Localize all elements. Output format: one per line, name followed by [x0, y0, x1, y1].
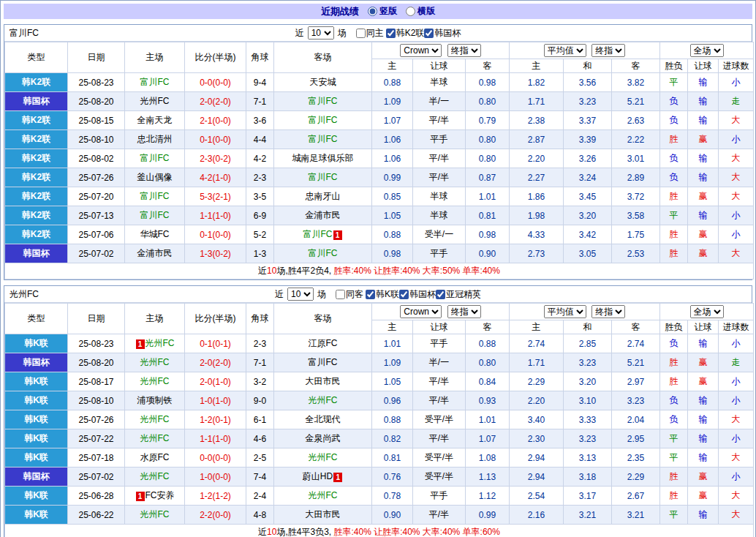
- goals-result-cell: 小: [719, 467, 754, 487]
- away-team-cell: 富川FC1: [274, 225, 372, 244]
- avg-source-select[interactable]: 平均值: [544, 44, 586, 57]
- avg-time-select[interactable]: 终指: [591, 44, 625, 57]
- league-filter-checkbox-input[interactable]: [424, 29, 434, 38]
- avg-home-cell: 4.33: [510, 225, 564, 244]
- score-cell: 0-0(0-0): [185, 73, 246, 92]
- scope-select-cell: 全场: [660, 304, 754, 320]
- avg-draw-cell: 3.10: [564, 391, 612, 410]
- horizontal-radio-input[interactable]: [406, 7, 415, 16]
- horizontal-radio-label: 横版: [417, 5, 435, 18]
- goals-result-cell: 大: [719, 111, 754, 130]
- home-team-cell: 1光州FC: [125, 334, 185, 353]
- rank-badge: 1: [333, 473, 342, 482]
- same-venue-checkbox-input[interactable]: [336, 290, 345, 299]
- home-odds-cell: 0.96: [372, 391, 413, 410]
- league-type-cell: 韩K2联: [5, 206, 68, 225]
- col-avg-away: 客: [612, 320, 660, 334]
- result-cell: 负: [660, 410, 688, 429]
- result-cell: 负: [660, 92, 688, 111]
- match-row: 韩K联25-06-22光州FC2-2(0-0)4-8大田市民0.90平/半0.9…: [5, 506, 754, 525]
- odds-time-select[interactable]: 终指: [447, 305, 481, 318]
- vertical-radio-label: 竖版: [379, 5, 397, 18]
- avg-source-select[interactable]: 平均值: [544, 305, 586, 318]
- league-filter-checkbox[interactable]: 韩K2联: [386, 27, 425, 40]
- avg-home-cell: 3.40: [510, 410, 564, 429]
- avg-away-cell: 2.04: [612, 410, 660, 429]
- result-cell: 负: [660, 334, 688, 353]
- odds-company-select[interactable]: Crown: [400, 44, 442, 57]
- team-name-text: 富川FC: [309, 134, 338, 144]
- same-venue-checkbox[interactable]: 同客: [336, 288, 363, 301]
- home-odds-cell: 0.99: [372, 168, 413, 187]
- avg-away-cell: 3.21: [612, 506, 660, 525]
- avg-away-cell: 5.21: [612, 353, 660, 372]
- col-odds-away: 客: [466, 59, 510, 73]
- team-name-text: 富川FC: [309, 357, 338, 367]
- avg-home-cell: 1.86: [510, 187, 564, 206]
- league-filter-checkbox[interactable]: 亚冠精英: [436, 288, 481, 301]
- league-filter-checkbox[interactable]: 韩K联: [366, 288, 399, 301]
- result-cell: 胜: [660, 467, 688, 487]
- goals-result-cell: 大: [719, 410, 754, 429]
- result-cell: 负: [660, 391, 688, 410]
- match-date-cell: 25-08-20: [68, 92, 125, 111]
- match-date-cell: 25-06-22: [68, 506, 125, 525]
- handicap-result-cell: 输: [688, 391, 719, 410]
- home-odds-cell: 0.90: [372, 506, 413, 525]
- recent-count-select[interactable]: 10: [287, 288, 314, 301]
- handicap-result-cell: 输: [688, 73, 719, 92]
- league-filter-checkbox-input[interactable]: [436, 290, 445, 299]
- odds-time-select[interactable]: 终指: [447, 44, 481, 57]
- layout-radio-vertical[interactable]: 竖版: [368, 5, 397, 18]
- handicap-result-cell: 输: [688, 448, 719, 467]
- league-filter-checkbox-input[interactable]: [399, 290, 409, 299]
- same-venue-checkbox-input[interactable]: [356, 29, 366, 38]
- rank-badge: 1: [136, 492, 145, 501]
- team-name-text: 金浦市民: [137, 248, 173, 258]
- col-home: 主场: [125, 42, 185, 73]
- league-filter-checkbox[interactable]: 韩国杯: [424, 27, 461, 40]
- same-venue-checkbox[interactable]: 同主: [356, 27, 384, 40]
- recent-results-page: 近期战绩 竖版 横版 富川FC 近 10 场 同主 韩K2联韩国杯: [0, 0, 756, 537]
- home-team-cell: 富川FC: [125, 206, 185, 225]
- corner-cell: 6-9: [246, 206, 274, 225]
- league-filter-label: 韩K联: [376, 288, 399, 301]
- avg-home-cell: 2.29: [510, 372, 564, 391]
- avg-draw-cell: 3.18: [564, 467, 612, 487]
- home-odds-cell: 0.81: [372, 448, 413, 467]
- league-filter-checkbox-input[interactable]: [366, 290, 375, 299]
- team-name-text: 光州FC: [140, 471, 170, 481]
- league-filter-checkbox-input[interactable]: [386, 29, 396, 38]
- match-row: 韩K2联25-08-23富川FC0-0(0-0)9-4天安城0.88半球0.98…: [5, 73, 754, 92]
- avg-home-cell: 1.71: [510, 92, 564, 111]
- league-filter-checkbox[interactable]: 韩国杯: [399, 288, 436, 301]
- home-odds-cell: 1.01: [372, 334, 413, 353]
- away-team-cell: 金泉尚武: [274, 429, 372, 448]
- recent-count-select[interactable]: 10: [308, 26, 334, 40]
- away-odds-cell: 0.80: [466, 149, 510, 168]
- handicap-cell: 受平/半: [413, 448, 466, 467]
- result-cell: 胜: [660, 130, 688, 149]
- avg-time-select[interactable]: 终指: [591, 305, 625, 318]
- odds-company-select[interactable]: Crown: [400, 305, 442, 318]
- league-type-cell: 韩国杯: [5, 92, 68, 111]
- avg-draw-cell: 3.23: [564, 92, 612, 111]
- section-team-name: 富川FC: [10, 27, 39, 40]
- league-type-cell: 韩K2联: [5, 149, 68, 168]
- scope-select[interactable]: 全场: [690, 305, 724, 318]
- league-filter-group: 韩K联韩国杯亚冠精英: [366, 288, 481, 301]
- layout-radio-horizontal[interactable]: 横版: [406, 5, 435, 18]
- league-filter-label: 韩国杯: [434, 27, 461, 40]
- home-team-cell: 釜山偶像: [125, 168, 185, 187]
- vertical-radio-input[interactable]: [368, 7, 377, 16]
- result-cell: 胜: [660, 487, 688, 506]
- goals-result-cell: 大: [719, 448, 754, 467]
- team-name-text: 浦项制铁: [137, 395, 173, 405]
- team-name-text: 忠北清州: [137, 134, 173, 144]
- avg-draw-cell: 3.39: [564, 130, 612, 149]
- scope-select[interactable]: 全场: [690, 44, 724, 57]
- league-type-cell: 韩K联: [5, 372, 68, 391]
- match-row: 韩K2联25-07-06华城FC0-1(0-0)5-2富川FC10.88受半/一…: [5, 225, 754, 244]
- same-venue-label: 同主: [366, 27, 384, 40]
- league-filter-label: 亚冠精英: [446, 288, 481, 301]
